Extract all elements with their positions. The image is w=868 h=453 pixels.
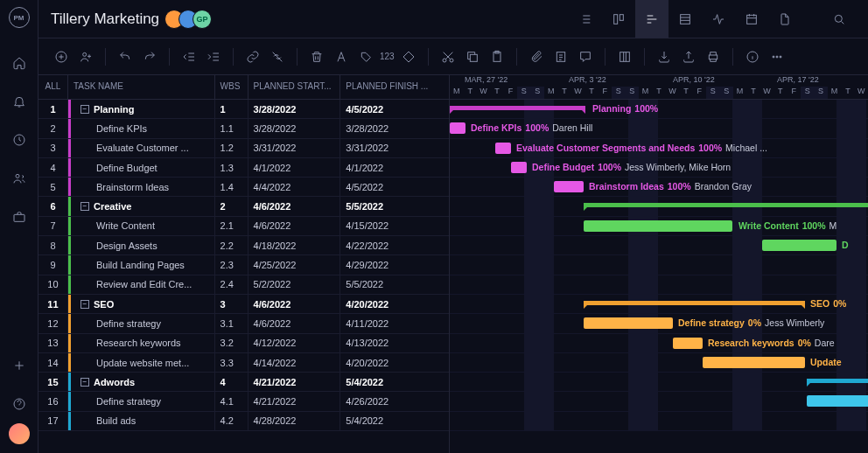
sheet-view-icon[interactable] [668,0,702,38]
gantt-bar[interactable] [450,122,466,134]
add-task-icon[interactable] [51,46,72,67]
columns-icon[interactable] [614,46,635,67]
info-icon[interactable] [742,46,763,67]
gantt-bar[interactable] [495,143,511,154]
col-header-wbs[interactable]: WBS [215,75,248,99]
people-icon[interactable] [10,170,28,187]
gantt-row[interactable]: Define KPIs 100% Daren Hill [450,119,868,138]
grid-row[interactable]: 10Review and Edit Cre...2.45/2/20225/5/2… [38,275,449,295]
app-logo[interactable]: PM [9,7,30,28]
collapse-icon[interactable]: − [80,300,89,309]
gantt-chart[interactable]: MAR, 27 '22APR, 3 '22APR, 10 '22APR, 17 … [450,75,868,453]
gantt-view-icon[interactable] [635,0,668,38]
gantt-row[interactable] [450,412,868,431]
grid-row[interactable]: 7Write Content2.14/6/20224/15/2022 [38,217,449,236]
grid-row[interactable]: 13Research keywords3.24/12/20224/13/2022 [38,334,449,353]
gantt-row[interactable]: Update [450,353,868,373]
gantt-row[interactable] [450,275,868,295]
grid-row[interactable]: 14Update website met...3.34/14/20224/20/… [38,353,449,373]
grid-row[interactable]: 2Define KPIs1.13/28/20223/28/2022 [38,119,449,138]
link-icon[interactable] [242,46,263,67]
collapse-icon[interactable]: − [80,378,89,387]
grid-row[interactable]: 8Design Assets2.24/18/20224/22/2022 [38,236,449,255]
redo-icon[interactable] [139,46,160,67]
gantt-row[interactable]: Planning 100% [450,100,868,119]
print-icon[interactable] [703,46,724,67]
gantt-row[interactable]: Define Budget 100% Jess Wimberly, Mike H… [450,158,868,178]
current-user-avatar[interactable] [9,423,30,444]
gantt-bar[interactable] [584,301,805,305]
grid-row[interactable]: 5Brainstorm Ideas1.44/4/20224/5/2022 [38,178,449,197]
gantt-bar[interactable] [673,338,703,349]
grid-row[interactable]: 15−Adwords44/21/20225/4/2022 [38,373,449,392]
collapse-icon[interactable]: − [80,105,89,114]
gantt-bar[interactable] [584,220,732,232]
gantt-row[interactable]: SEO 0% [450,295,868,314]
grid-row[interactable]: 9Build Landing Pages2.34/25/20224/29/202… [38,255,449,275]
gantt-row[interactable]: Research keywords 0% Dare [450,334,868,353]
gantt-row[interactable] [450,197,868,216]
activity-view-icon[interactable] [702,0,735,38]
gantt-row[interactable]: Write Content 100% M [450,217,868,236]
gantt-bar[interactable] [703,357,805,368]
gantt-bar[interactable] [807,379,868,383]
grid-row[interactable]: 1−Planning13/28/20224/5/2022 [38,100,449,119]
copy-icon[interactable] [462,46,483,67]
note-icon[interactable] [550,46,571,67]
list-view-icon[interactable] [569,0,602,38]
board-view-icon[interactable] [602,0,635,38]
avatar[interactable]: GP [192,10,212,29]
tag-icon[interactable] [355,46,376,67]
more-icon[interactable] [766,46,788,67]
outdent-icon[interactable] [178,46,200,67]
grid-row[interactable]: 12Define strategy3.14/6/20224/11/2022 [38,314,449,333]
file-view-icon[interactable] [768,0,802,38]
export-icon[interactable] [678,46,699,67]
gantt-bar[interactable] [807,395,868,407]
text-style-icon[interactable] [331,46,352,67]
plus-icon[interactable] [10,357,28,374]
gantt-bar[interactable] [762,240,836,251]
grid-row[interactable]: 16Define strategy4.14/21/20224/26/2022 [38,392,449,411]
attach-icon[interactable] [526,46,547,67]
import-icon[interactable] [654,46,675,67]
priority-icon[interactable] [398,46,419,67]
gantt-row[interactable] [450,255,868,275]
add-person-icon[interactable] [75,46,96,67]
clock-icon[interactable] [10,131,28,149]
delete-icon[interactable] [306,46,327,67]
grid-row[interactable]: 4Define Budget1.34/1/20224/1/2022 [38,158,449,178]
undo-icon[interactable] [115,46,136,67]
help-icon[interactable] [10,395,28,413]
col-header-all[interactable]: ALL [38,75,68,99]
gantt-row[interactable] [450,392,868,411]
home-icon[interactable] [10,54,28,72]
grid-row[interactable]: 3Evaluate Customer ...1.23/31/20223/31/2… [38,139,449,158]
gantt-row[interactable]: D [450,236,868,255]
gantt-row[interactable]: Evaluate Customer Segments and Needs 100… [450,139,868,158]
unlink-icon[interactable] [267,46,288,67]
indent-icon[interactable] [203,46,224,67]
gantt-bar[interactable] [511,162,527,173]
member-avatars[interactable]: GP [170,10,212,29]
grid-row[interactable]: 6−Creative24/6/20225/5/2022 [38,197,449,216]
comment-icon[interactable] [575,46,596,67]
paste-icon[interactable] [486,46,508,67]
gantt-row[interactable] [450,373,868,392]
grid-row[interactable]: 11−SEO34/6/20224/20/2022 [38,295,449,314]
gantt-bar[interactable] [584,317,673,329]
gantt-row[interactable]: Brainstorm Ideas 100% Brandon Gray [450,178,868,197]
gantt-bar[interactable] [450,106,585,110]
briefcase-icon[interactable] [10,208,28,226]
cut-icon[interactable] [438,46,458,67]
bell-icon[interactable] [10,93,28,110]
gantt-bar[interactable] [554,181,584,192]
collapse-icon[interactable]: − [80,202,89,211]
gantt-row[interactable]: Define strategy 0% Jess Wimberly [450,314,868,333]
col-header-start[interactable]: PLANNED START... [248,75,341,99]
col-header-name[interactable]: TASK NAME [68,75,215,99]
calendar-view-icon[interactable] [735,0,768,38]
col-header-finish[interactable]: PLANNED FINISH ... [340,75,449,99]
grid-row[interactable]: 17Build ads4.24/28/20225/4/2022 [38,412,449,431]
gantt-bar[interactable] [584,203,868,207]
